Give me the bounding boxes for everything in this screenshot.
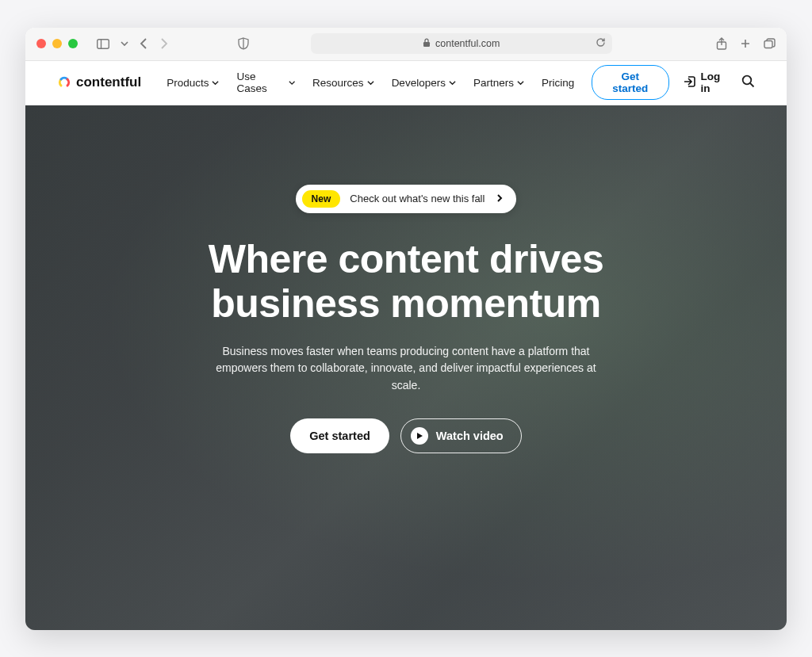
maximize-window-button[interactable] <box>68 39 78 48</box>
chevron-down-icon <box>517 79 524 86</box>
address-bar[interactable]: contentful.com <box>311 33 612 54</box>
new-tab-icon[interactable] <box>740 37 751 50</box>
tabs-overview-icon[interactable] <box>764 37 776 50</box>
svg-rect-0 <box>98 39 109 48</box>
nav-developers[interactable]: Developers <box>392 77 456 89</box>
forward-button[interactable] <box>159 38 168 49</box>
nav-resources[interactable]: Resources <box>312 77 374 89</box>
watch-video-label: Watch video <box>436 430 504 442</box>
chevron-right-icon <box>494 193 505 204</box>
login-label: Log in <box>701 71 728 94</box>
hero-subtitle: Business moves faster when teams produci… <box>216 343 596 395</box>
hero-title: Where content drives business momentum <box>160 237 652 326</box>
svg-rect-7 <box>764 41 772 48</box>
sidebar-toggle-icon[interactable] <box>97 39 109 49</box>
lock-icon <box>423 38 431 50</box>
svg-point-8 <box>743 75 752 84</box>
hero-section: New Check out what's new this fall Where… <box>25 105 787 630</box>
close-window-button[interactable] <box>36 39 46 48</box>
watch-video-button[interactable]: Watch video <box>400 418 522 453</box>
hero-get-started-button[interactable]: Get started <box>290 418 389 453</box>
nav-pricing[interactable]: Pricing <box>542 77 574 89</box>
privacy-shield-icon[interactable] <box>238 37 249 50</box>
back-button[interactable] <box>140 38 148 49</box>
nav-partners[interactable]: Partners <box>473 77 524 89</box>
announcement-pill[interactable]: New Check out what's new this fall <box>296 185 517 213</box>
chevron-down-icon <box>449 79 456 86</box>
reload-icon[interactable] <box>596 37 606 50</box>
svg-line-9 <box>750 83 754 87</box>
play-icon <box>411 427 428 445</box>
nav-label: Developers <box>392 77 446 89</box>
nav-label: Partners <box>473 77 514 89</box>
get-started-button[interactable]: Get started <box>592 65 668 100</box>
nav-products[interactable]: Products <box>167 77 219 89</box>
chevron-down-icon <box>212 79 219 86</box>
chevron-down-icon[interactable] <box>121 39 128 49</box>
site-nav: contentful Products Use Cases Resources … <box>25 61 787 105</box>
nav-label: Resources <box>312 77 364 89</box>
nav-use-cases[interactable]: Use Cases <box>236 71 295 94</box>
nav-label: Use Cases <box>236 71 285 94</box>
chevron-down-icon <box>367 79 374 86</box>
login-link[interactable]: Log in <box>684 71 728 94</box>
hero-ctas: Get started Watch video <box>290 418 521 453</box>
address-bar-text: contentful.com <box>435 38 500 49</box>
brand-logo[interactable]: contentful <box>57 74 141 90</box>
new-badge: New <box>302 190 341 208</box>
search-icon[interactable] <box>741 74 755 91</box>
browser-window: contentful.com <box>25 28 787 630</box>
nav-label: Pricing <box>542 77 574 89</box>
window-controls <box>36 39 78 48</box>
announcement-text: Check out what's new this fall <box>350 193 485 204</box>
login-icon <box>684 75 696 90</box>
share-icon[interactable] <box>716 37 727 50</box>
nav-label: Products <box>167 77 209 89</box>
brand-name: contentful <box>76 74 141 90</box>
svg-rect-3 <box>423 42 430 47</box>
contentful-logo-icon <box>57 75 71 90</box>
minimize-window-button[interactable] <box>52 39 62 48</box>
browser-toolbar: contentful.com <box>25 28 787 61</box>
chevron-down-icon <box>289 79 295 86</box>
